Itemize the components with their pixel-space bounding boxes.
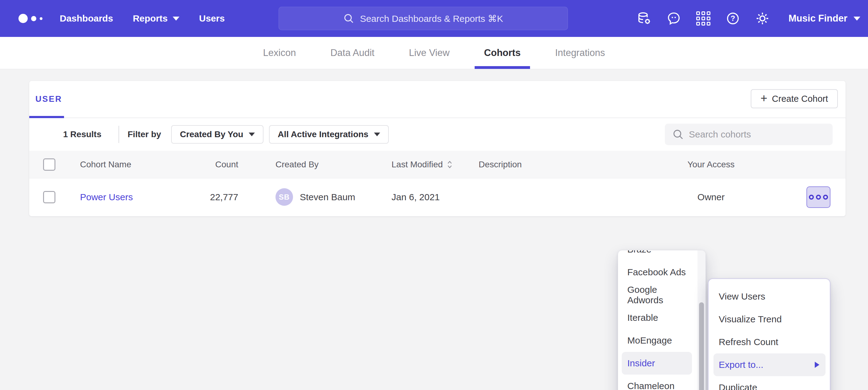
export-targets-submenu: Braze Facebook Ads Google Adwords Iterab… xyxy=(618,250,706,390)
section-tabbar: Lexicon Data Audit Live View Cohorts Int… xyxy=(0,37,868,69)
menu-item-visualize-trend[interactable]: Visualize Trend xyxy=(709,308,830,331)
col-last-modified[interactable]: Last Modified xyxy=(392,160,478,169)
top-nav: Dashboards Reports Users Search Dashboar… xyxy=(0,0,868,37)
create-cohort-button[interactable]: + Create Cohort xyxy=(751,89,838,108)
col-description[interactable]: Description xyxy=(478,160,651,169)
col-count[interactable]: Count xyxy=(197,160,238,169)
tab-data-audit[interactable]: Data Audit xyxy=(330,37,374,69)
col-cohort-name[interactable]: Cohort Name xyxy=(80,160,197,169)
nav-item-dashboards[interactable]: Dashboards xyxy=(60,13,113,24)
chevron-down-icon xyxy=(173,17,180,21)
access-value: Owner xyxy=(651,192,771,202)
table-header: Cohort Name Count Created By Last Modifi… xyxy=(29,151,845,178)
cohorts-page: USER + Create Cohort 1 Results Filter by… xyxy=(0,69,868,390)
toolbar-divider xyxy=(119,126,119,143)
apps-grid-icon[interactable] xyxy=(696,11,710,26)
last-modified-value: Jan 6, 2021 xyxy=(392,192,478,202)
mixpanel-logo-icon[interactable] xyxy=(19,14,42,23)
row-actions-menu: View Users Visualize Trend Refresh Count… xyxy=(708,278,831,390)
data-management-icon[interactable] xyxy=(637,11,651,26)
plus-icon: + xyxy=(761,92,767,104)
col-your-access[interactable]: Your Access xyxy=(651,160,771,169)
svg-text:?: ? xyxy=(731,14,735,23)
tab-live-view[interactable]: Live View xyxy=(409,37,450,69)
cohorts-card: USER + Create Cohort 1 Results Filter by… xyxy=(29,81,845,216)
chevron-down-icon xyxy=(854,17,860,21)
row-actions-button[interactable] xyxy=(806,186,831,208)
filter-by-label: Filter by xyxy=(128,129,161,139)
global-search-placeholder: Search Dashboards & Reports ⌘K xyxy=(360,13,503,24)
col-created-by[interactable]: Created By xyxy=(276,160,377,169)
feedback-chat-icon[interactable] xyxy=(667,11,681,26)
tab-cohorts[interactable]: Cohorts xyxy=(484,37,521,69)
menu-item-view-users[interactable]: View Users xyxy=(709,285,830,308)
nav-right: ? Music Finder xyxy=(637,0,860,37)
cohort-count: 22,777 xyxy=(197,192,238,202)
nav-left: Dashboards Reports Users xyxy=(0,13,244,24)
project-selector[interactable]: Music Finder xyxy=(788,13,860,24)
menu-item-braze[interactable]: Braze xyxy=(618,250,706,261)
sort-icon[interactable] xyxy=(446,160,453,169)
settings-gear-icon[interactable] xyxy=(755,11,770,26)
filter-toolbar: 1 Results Filter by Created By You All A… xyxy=(29,118,845,151)
card-header: USER + Create Cohort xyxy=(29,81,845,118)
menu-item-moengage[interactable]: MoEngage xyxy=(618,329,706,352)
cohort-search-input[interactable] xyxy=(689,129,833,140)
help-icon[interactable]: ? xyxy=(726,11,740,26)
tab-integrations[interactable]: Integrations xyxy=(555,37,605,69)
menu-item-duplicate[interactable]: Duplicate xyxy=(709,376,830,390)
search-icon xyxy=(343,13,354,24)
table-row: Power Users 22,777 SB Steven Baum Jan 6,… xyxy=(29,178,845,216)
tab-lexicon[interactable]: Lexicon xyxy=(263,37,296,69)
cohort-search-field xyxy=(665,124,833,145)
menu-item-facebook-ads[interactable]: Facebook Ads xyxy=(618,261,706,284)
avatar: SB xyxy=(276,188,293,206)
menu-item-iterable[interactable]: Iterable xyxy=(618,306,706,329)
nav-item-users[interactable]: Users xyxy=(199,13,225,24)
select-all-checkbox[interactable] xyxy=(43,158,55,171)
active-tab-underline xyxy=(29,116,64,118)
menu-item-export-to[interactable]: Export to... xyxy=(713,353,826,376)
creator-name: Steven Baum xyxy=(300,192,355,202)
chevron-down-icon xyxy=(374,133,380,136)
tab-user-cohorts[interactable]: USER xyxy=(35,94,62,104)
submenu-arrow-icon xyxy=(815,362,819,368)
submenu-scrollbar-thumb[interactable] xyxy=(699,302,704,390)
chevron-down-icon xyxy=(249,133,255,136)
menu-item-insider[interactable]: Insider xyxy=(622,352,692,375)
global-search-bar[interactable]: Search Dashboards & Reports ⌘K xyxy=(279,7,568,30)
row-checkbox[interactable] xyxy=(43,191,55,203)
filter-integrations-dropdown[interactable]: All Active Integrations xyxy=(269,125,389,143)
search-icon xyxy=(672,129,684,140)
cohort-name-link[interactable]: Power Users xyxy=(80,192,197,202)
nav-item-reports[interactable]: Reports xyxy=(133,13,179,24)
filter-created-by-dropdown[interactable]: Created By You xyxy=(171,125,264,143)
menu-item-refresh-count[interactable]: Refresh Count xyxy=(709,331,830,353)
results-count: 1 Results xyxy=(63,129,101,139)
menu-item-google-adwords[interactable]: Google Adwords xyxy=(618,284,706,306)
menu-item-chameleon[interactable]: Chameleon xyxy=(618,375,706,390)
